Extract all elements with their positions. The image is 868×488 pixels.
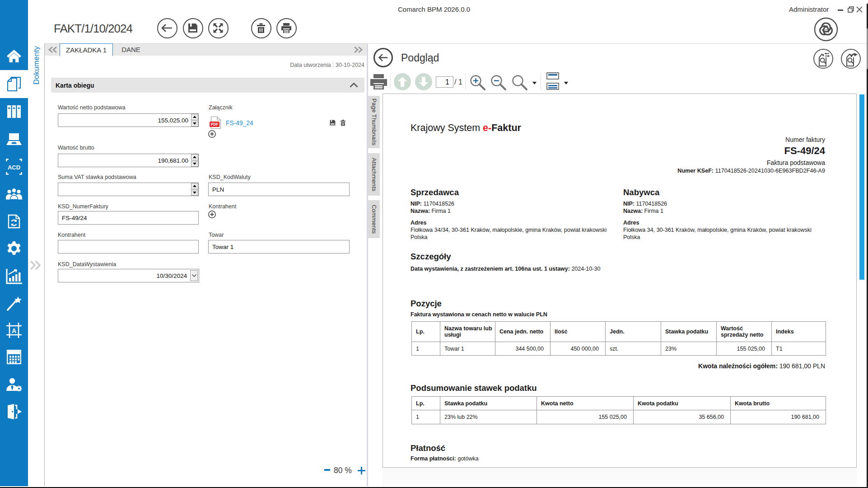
svg-text:ACD: ACD xyxy=(8,164,20,171)
svg-text:PDF: PDF xyxy=(211,122,219,127)
svg-text:A: A xyxy=(12,327,16,334)
